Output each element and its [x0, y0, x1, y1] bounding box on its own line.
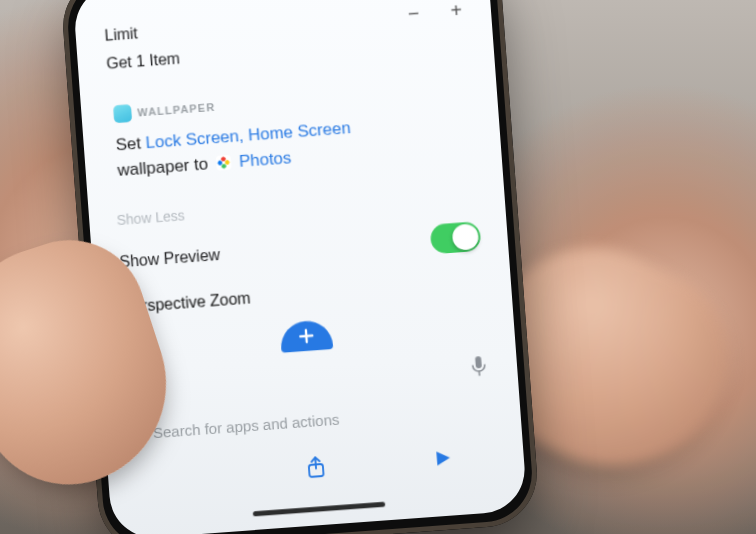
photos-app-icon	[216, 155, 232, 171]
dictation-button[interactable]	[470, 355, 488, 382]
home-indicator[interactable]	[253, 502, 385, 517]
action-app-label: WALLPAPER	[137, 101, 216, 118]
bottom-toolbar	[107, 440, 524, 495]
show-preview-row: Show Preview	[119, 221, 482, 277]
play-icon	[433, 449, 452, 468]
show-less-button[interactable]: Show Less	[116, 186, 477, 228]
add-action-button[interactable]	[279, 319, 333, 353]
shortcuts-editor: Limit − + Get 1 Item WALLPAPER Set	[76, 0, 527, 534]
iphone-screen: Limit − + Get 1 Item WALLPAPER Set	[72, 0, 527, 534]
show-preview-label: Show Preview	[119, 246, 221, 271]
share-icon	[305, 455, 327, 480]
search-placeholder: Search for apps and actions	[152, 411, 340, 442]
set-wallpaper-action[interactable]: WALLPAPER Set Lock Screen, Home Screen w…	[109, 74, 475, 193]
quantity-stepper[interactable]: − +	[407, 0, 463, 23]
plus-circle-icon	[296, 325, 317, 346]
toolbar-slot-left	[167, 475, 211, 478]
search-field[interactable]: Search for apps and actions	[130, 399, 494, 443]
wallpaper-to-text: wallpaper to	[117, 155, 209, 180]
svg-rect-2	[475, 356, 482, 368]
plus-icon[interactable]: +	[450, 0, 463, 20]
share-button[interactable]	[293, 454, 339, 481]
run-button[interactable]	[420, 448, 465, 469]
minus-icon[interactable]: −	[407, 3, 420, 23]
show-preview-toggle[interactable]	[430, 221, 482, 254]
wallpaper-target-link[interactable]: Lock Screen, Home Screen	[145, 119, 351, 153]
get-item-label: Get 1 Item	[106, 50, 181, 73]
wallpaper-source-link[interactable]: Photos	[238, 149, 292, 171]
mic-icon	[470, 355, 488, 378]
wallpaper-app-icon	[113, 104, 132, 123]
perspective-zoom-row: Perspective Zoom	[122, 272, 485, 316]
set-word: Set	[115, 134, 141, 154]
svg-line-1	[300, 335, 312, 336]
photo-scene: Limit − + Get 1 Item WALLPAPER Set	[0, 0, 756, 534]
